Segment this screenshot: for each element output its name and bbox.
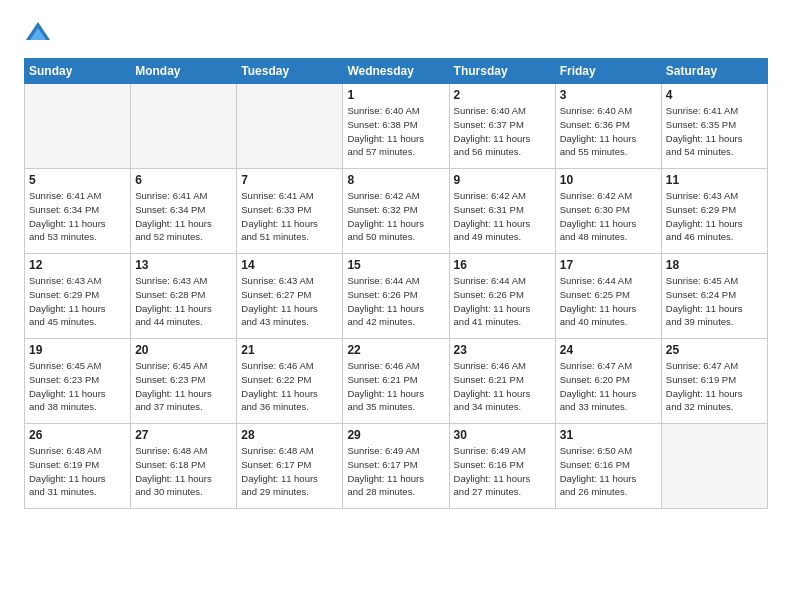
calendar-cell: 28Sunrise: 6:48 AM Sunset: 6:17 PM Dayli… xyxy=(237,424,343,509)
day-info: Sunrise: 6:48 AM Sunset: 6:19 PM Dayligh… xyxy=(29,444,126,499)
day-number: 30 xyxy=(454,428,551,442)
calendar-cell: 19Sunrise: 6:45 AM Sunset: 6:23 PM Dayli… xyxy=(25,339,131,424)
calendar-cell: 30Sunrise: 6:49 AM Sunset: 6:16 PM Dayli… xyxy=(449,424,555,509)
calendar-cell: 17Sunrise: 6:44 AM Sunset: 6:25 PM Dayli… xyxy=(555,254,661,339)
calendar-cell: 23Sunrise: 6:46 AM Sunset: 6:21 PM Dayli… xyxy=(449,339,555,424)
day-number: 20 xyxy=(135,343,232,357)
day-info: Sunrise: 6:41 AM Sunset: 6:33 PM Dayligh… xyxy=(241,189,338,244)
day-info: Sunrise: 6:40 AM Sunset: 6:38 PM Dayligh… xyxy=(347,104,444,159)
day-number: 16 xyxy=(454,258,551,272)
day-number: 5 xyxy=(29,173,126,187)
calendar-cell xyxy=(237,84,343,169)
week-row-4: 19Sunrise: 6:45 AM Sunset: 6:23 PM Dayli… xyxy=(25,339,768,424)
calendar-cell: 6Sunrise: 6:41 AM Sunset: 6:34 PM Daylig… xyxy=(131,169,237,254)
calendar-cell: 11Sunrise: 6:43 AM Sunset: 6:29 PM Dayli… xyxy=(661,169,767,254)
calendar-cell: 14Sunrise: 6:43 AM Sunset: 6:27 PM Dayli… xyxy=(237,254,343,339)
logo xyxy=(24,20,56,48)
day-number: 13 xyxy=(135,258,232,272)
calendar-cell: 20Sunrise: 6:45 AM Sunset: 6:23 PM Dayli… xyxy=(131,339,237,424)
page: SundayMondayTuesdayWednesdayThursdayFrid… xyxy=(0,0,792,529)
day-info: Sunrise: 6:46 AM Sunset: 6:22 PM Dayligh… xyxy=(241,359,338,414)
day-info: Sunrise: 6:40 AM Sunset: 6:37 PM Dayligh… xyxy=(454,104,551,159)
calendar-cell: 12Sunrise: 6:43 AM Sunset: 6:29 PM Dayli… xyxy=(25,254,131,339)
day-header-tuesday: Tuesday xyxy=(237,59,343,84)
calendar-cell: 13Sunrise: 6:43 AM Sunset: 6:28 PM Dayli… xyxy=(131,254,237,339)
day-header-sunday: Sunday xyxy=(25,59,131,84)
day-info: Sunrise: 6:45 AM Sunset: 6:24 PM Dayligh… xyxy=(666,274,763,329)
day-info: Sunrise: 6:49 AM Sunset: 6:17 PM Dayligh… xyxy=(347,444,444,499)
calendar-cell: 29Sunrise: 6:49 AM Sunset: 6:17 PM Dayli… xyxy=(343,424,449,509)
day-number: 28 xyxy=(241,428,338,442)
day-number: 7 xyxy=(241,173,338,187)
day-number: 11 xyxy=(666,173,763,187)
day-info: Sunrise: 6:44 AM Sunset: 6:26 PM Dayligh… xyxy=(347,274,444,329)
day-number: 2 xyxy=(454,88,551,102)
day-number: 29 xyxy=(347,428,444,442)
calendar-cell: 15Sunrise: 6:44 AM Sunset: 6:26 PM Dayli… xyxy=(343,254,449,339)
day-number: 8 xyxy=(347,173,444,187)
day-number: 14 xyxy=(241,258,338,272)
day-number: 26 xyxy=(29,428,126,442)
day-number: 9 xyxy=(454,173,551,187)
day-info: Sunrise: 6:46 AM Sunset: 6:21 PM Dayligh… xyxy=(454,359,551,414)
calendar-cell: 18Sunrise: 6:45 AM Sunset: 6:24 PM Dayli… xyxy=(661,254,767,339)
day-number: 10 xyxy=(560,173,657,187)
calendar-cell: 26Sunrise: 6:48 AM Sunset: 6:19 PM Dayli… xyxy=(25,424,131,509)
day-number: 17 xyxy=(560,258,657,272)
day-header-wednesday: Wednesday xyxy=(343,59,449,84)
day-header-friday: Friday xyxy=(555,59,661,84)
header xyxy=(24,20,768,48)
calendar-cell: 9Sunrise: 6:42 AM Sunset: 6:31 PM Daylig… xyxy=(449,169,555,254)
calendar-cell: 22Sunrise: 6:46 AM Sunset: 6:21 PM Dayli… xyxy=(343,339,449,424)
day-info: Sunrise: 6:45 AM Sunset: 6:23 PM Dayligh… xyxy=(29,359,126,414)
day-info: Sunrise: 6:41 AM Sunset: 6:35 PM Dayligh… xyxy=(666,104,763,159)
day-info: Sunrise: 6:42 AM Sunset: 6:32 PM Dayligh… xyxy=(347,189,444,244)
day-info: Sunrise: 6:43 AM Sunset: 6:29 PM Dayligh… xyxy=(29,274,126,329)
calendar-cell: 27Sunrise: 6:48 AM Sunset: 6:18 PM Dayli… xyxy=(131,424,237,509)
day-number: 4 xyxy=(666,88,763,102)
calendar-cell xyxy=(661,424,767,509)
week-row-1: 1Sunrise: 6:40 AM Sunset: 6:38 PM Daylig… xyxy=(25,84,768,169)
day-info: Sunrise: 6:47 AM Sunset: 6:20 PM Dayligh… xyxy=(560,359,657,414)
day-number: 24 xyxy=(560,343,657,357)
calendar-cell: 16Sunrise: 6:44 AM Sunset: 6:26 PM Dayli… xyxy=(449,254,555,339)
calendar-cell: 21Sunrise: 6:46 AM Sunset: 6:22 PM Dayli… xyxy=(237,339,343,424)
day-header-monday: Monday xyxy=(131,59,237,84)
day-info: Sunrise: 6:50 AM Sunset: 6:16 PM Dayligh… xyxy=(560,444,657,499)
day-number: 1 xyxy=(347,88,444,102)
calendar-cell: 4Sunrise: 6:41 AM Sunset: 6:35 PM Daylig… xyxy=(661,84,767,169)
day-info: Sunrise: 6:43 AM Sunset: 6:27 PM Dayligh… xyxy=(241,274,338,329)
calendar-cell: 2Sunrise: 6:40 AM Sunset: 6:37 PM Daylig… xyxy=(449,84,555,169)
week-row-2: 5Sunrise: 6:41 AM Sunset: 6:34 PM Daylig… xyxy=(25,169,768,254)
day-info: Sunrise: 6:46 AM Sunset: 6:21 PM Dayligh… xyxy=(347,359,444,414)
day-number: 22 xyxy=(347,343,444,357)
logo-icon xyxy=(24,20,52,48)
calendar-cell xyxy=(131,84,237,169)
day-number: 21 xyxy=(241,343,338,357)
calendar-cell: 7Sunrise: 6:41 AM Sunset: 6:33 PM Daylig… xyxy=(237,169,343,254)
day-info: Sunrise: 6:47 AM Sunset: 6:19 PM Dayligh… xyxy=(666,359,763,414)
calendar-cell: 3Sunrise: 6:40 AM Sunset: 6:36 PM Daylig… xyxy=(555,84,661,169)
day-header-thursday: Thursday xyxy=(449,59,555,84)
calendar-cell xyxy=(25,84,131,169)
day-number: 18 xyxy=(666,258,763,272)
day-number: 3 xyxy=(560,88,657,102)
calendar: SundayMondayTuesdayWednesdayThursdayFrid… xyxy=(24,58,768,509)
day-number: 25 xyxy=(666,343,763,357)
day-info: Sunrise: 6:42 AM Sunset: 6:30 PM Dayligh… xyxy=(560,189,657,244)
days-header-row: SundayMondayTuesdayWednesdayThursdayFrid… xyxy=(25,59,768,84)
day-number: 31 xyxy=(560,428,657,442)
day-info: Sunrise: 6:44 AM Sunset: 6:26 PM Dayligh… xyxy=(454,274,551,329)
calendar-cell: 8Sunrise: 6:42 AM Sunset: 6:32 PM Daylig… xyxy=(343,169,449,254)
day-number: 27 xyxy=(135,428,232,442)
day-number: 23 xyxy=(454,343,551,357)
day-info: Sunrise: 6:44 AM Sunset: 6:25 PM Dayligh… xyxy=(560,274,657,329)
day-info: Sunrise: 6:43 AM Sunset: 6:29 PM Dayligh… xyxy=(666,189,763,244)
calendar-cell: 31Sunrise: 6:50 AM Sunset: 6:16 PM Dayli… xyxy=(555,424,661,509)
day-number: 19 xyxy=(29,343,126,357)
calendar-cell: 1Sunrise: 6:40 AM Sunset: 6:38 PM Daylig… xyxy=(343,84,449,169)
calendar-cell: 24Sunrise: 6:47 AM Sunset: 6:20 PM Dayli… xyxy=(555,339,661,424)
day-info: Sunrise: 6:49 AM Sunset: 6:16 PM Dayligh… xyxy=(454,444,551,499)
week-row-3: 12Sunrise: 6:43 AM Sunset: 6:29 PM Dayli… xyxy=(25,254,768,339)
day-number: 15 xyxy=(347,258,444,272)
